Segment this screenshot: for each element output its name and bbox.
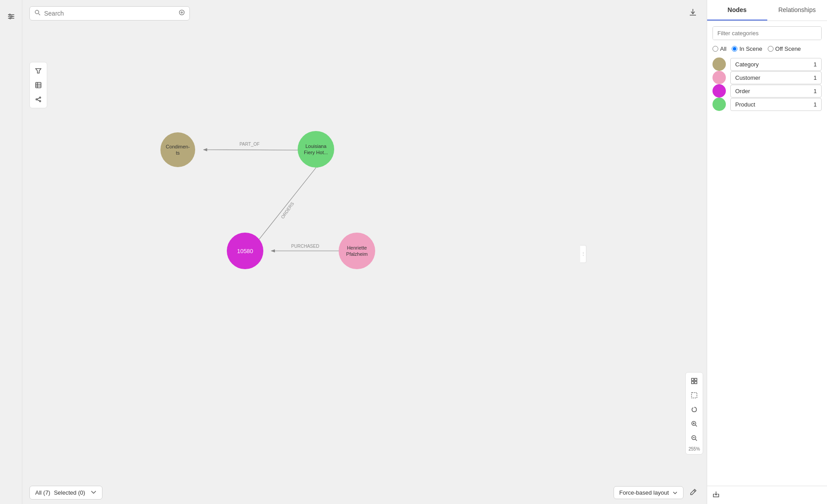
node-louisiana-label: LouisianaFiery Hot...	[304, 143, 328, 156]
category-label-customer[interactable]: Customer1	[730, 71, 822, 84]
bottom-selection-info: All (7) Selected (0)	[29, 486, 102, 500]
category-label-category[interactable]: Category1	[730, 58, 822, 71]
download-button[interactable]	[686, 5, 700, 21]
svg-line-7	[39, 14, 41, 16]
graph-canvas[interactable]: PART_OF ORDERS PURCHASED Condimen-ts Lou…	[22, 26, 707, 481]
category-dot-order	[712, 84, 726, 98]
edit-layout-btn[interactable]	[687, 486, 700, 500]
all-count-label: All (7)	[35, 489, 50, 496]
svg-line-21	[37, 98, 39, 99]
panel-tabs: Nodes Relationships	[707, 0, 827, 21]
svg-rect-31	[692, 393, 697, 398]
svg-marker-13	[36, 69, 41, 73]
node-condiments[interactable]: Condimen-ts	[160, 132, 195, 167]
svg-rect-30	[695, 381, 697, 384]
category-row: Order1	[712, 84, 822, 98]
radio-in-scene[interactable]: In Scene	[732, 45, 762, 52]
svg-rect-28	[695, 378, 697, 381]
filter-btn[interactable]	[32, 64, 45, 78]
select-btn[interactable]	[688, 389, 701, 402]
node-order-10580[interactable]: 10580	[227, 233, 263, 269]
panel-body: All In Scene Off Scene Category1Customer…	[707, 21, 827, 486]
category-dot-category	[712, 57, 726, 71]
tab-nodes[interactable]: Nodes	[707, 0, 767, 20]
left-toolbar	[0, 0, 22, 504]
category-count: 1	[814, 74, 817, 81]
node-order-10580-label: 10580	[237, 248, 253, 254]
node-henriette[interactable]: HenriettePfalzheim	[339, 233, 375, 269]
share-btn[interactable]	[32, 93, 45, 106]
left-toolbar-btn-1[interactable]	[4, 9, 19, 24]
radio-off-scene-input[interactable]	[768, 46, 774, 52]
node-louisiana[interactable]: LouisianaFiery Hot...	[298, 131, 334, 168]
search-icon	[34, 9, 41, 17]
table-btn[interactable]	[32, 78, 45, 92]
category-count: 1	[814, 88, 817, 94]
panel-footer-export-btn[interactable]	[712, 491, 720, 500]
category-dot-customer	[712, 71, 726, 84]
radio-in-scene-input[interactable]	[732, 46, 737, 52]
category-name: Order	[735, 88, 750, 94]
lasso-btn[interactable]	[688, 403, 701, 416]
category-name: Customer	[735, 74, 760, 81]
edge-label-purchased: PURCHASED	[291, 244, 319, 249]
edge-label-orders: ORDERS	[280, 201, 295, 220]
radio-off-scene-label: Off Scene	[775, 45, 801, 52]
category-row: Product1	[712, 98, 822, 111]
category-row: Customer1	[712, 71, 822, 84]
svg-line-25	[255, 164, 319, 245]
selected-count-label: Selected (0)	[54, 489, 85, 496]
zoom-controls: 255%	[685, 372, 703, 455]
zoom-in-btn[interactable]	[688, 417, 701, 430]
edge-label-part-of: PART_OF	[239, 142, 259, 147]
search-box	[29, 6, 190, 20]
category-count: 1	[814, 61, 817, 68]
search-settings-icon[interactable]	[179, 9, 185, 17]
svg-line-38	[696, 439, 697, 441]
radio-all[interactable]: All	[712, 45, 726, 52]
fit-view-btn[interactable]	[688, 374, 701, 388]
node-condiments-label: Condimen-ts	[166, 143, 190, 156]
layout-select[interactable]: Force-based layout	[614, 486, 684, 499]
layout-select-wrap: Force-based layout	[614, 486, 700, 500]
svg-rect-27	[692, 378, 694, 381]
category-label-order[interactable]: Order1	[730, 85, 822, 98]
svg-line-39	[694, 490, 695, 492]
category-name: Product	[735, 101, 755, 108]
svg-point-20	[40, 101, 41, 102]
tab-relationships[interactable]: Relationships	[767, 0, 827, 20]
category-dot-product	[712, 98, 726, 111]
search-input[interactable]	[44, 10, 175, 17]
layout-label: Force-based layout	[619, 489, 669, 496]
svg-line-35	[696, 425, 697, 427]
svg-point-6	[35, 10, 39, 14]
category-list: Category1Customer1Order1Product1	[712, 57, 822, 111]
radio-off-scene[interactable]: Off Scene	[768, 45, 801, 52]
filter-categories-input[interactable]	[713, 27, 821, 40]
radio-in-scene-label: In Scene	[739, 45, 762, 52]
svg-point-5	[9, 18, 11, 19]
svg-rect-29	[692, 381, 694, 384]
svg-point-18	[36, 99, 37, 100]
scene-radio-group: All In Scene Off Scene	[712, 45, 822, 52]
chevron-down-icon	[672, 490, 678, 496]
category-count: 1	[814, 101, 817, 108]
radio-all-label: All	[720, 45, 726, 52]
panel-footer	[707, 486, 827, 504]
svg-rect-14	[36, 82, 41, 88]
svg-line-22	[37, 100, 39, 101]
svg-point-4	[11, 16, 12, 17]
zoom-level: 255%	[688, 446, 701, 452]
category-name: Category	[735, 61, 759, 68]
zoom-out-btn[interactable]	[688, 431, 701, 445]
side-toolbar	[29, 62, 47, 108]
bottom-bar: All (7) Selected (0) Force-based layout	[22, 481, 707, 504]
panel-collapse-handle[interactable]: ⋮	[580, 245, 586, 263]
expand-btn[interactable]	[90, 489, 97, 496]
radio-all-input[interactable]	[712, 46, 718, 52]
svg-point-3	[9, 14, 10, 16]
main-area: PART_OF ORDERS PURCHASED Condimen-ts Lou…	[22, 0, 707, 504]
right-panel: Nodes Relationships All In Scene Off Sce…	[707, 0, 827, 504]
category-label-product[interactable]: Product1	[730, 98, 822, 111]
node-henriette-label: HenriettePfalzheim	[346, 245, 368, 258]
